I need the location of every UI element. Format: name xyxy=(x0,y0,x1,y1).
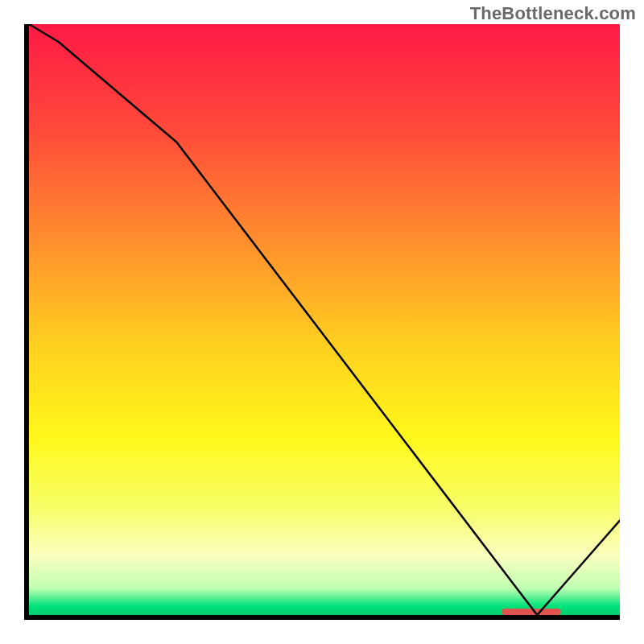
watermark-text: TheBottleneck.com xyxy=(470,3,636,24)
plot-area xyxy=(24,24,620,620)
svg-rect-2 xyxy=(24,615,620,620)
svg-rect-0 xyxy=(29,24,620,615)
marker-bar xyxy=(502,609,560,615)
chart-container: TheBottleneck.com xyxy=(0,0,644,644)
chart-svg xyxy=(24,24,620,620)
svg-rect-1 xyxy=(24,24,29,620)
